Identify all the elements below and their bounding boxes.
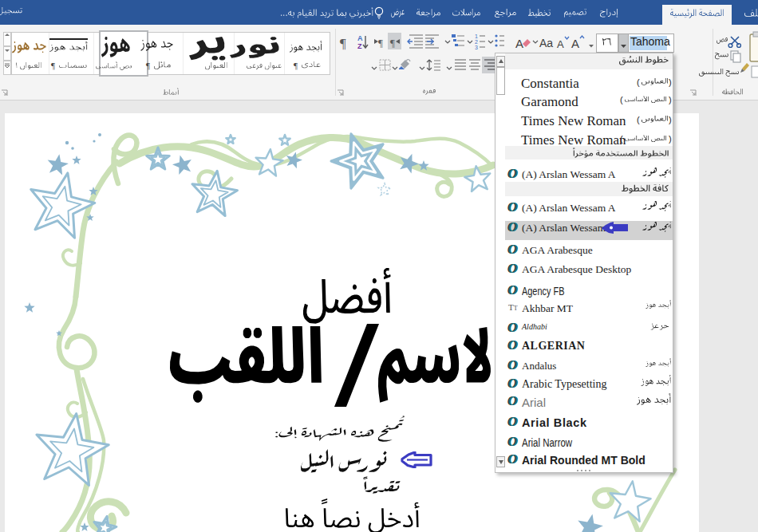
svg-text:Aa: Aa: [539, 37, 553, 49]
svg-text:¶: ¶: [340, 36, 346, 51]
svg-text:¶: ¶: [390, 37, 395, 49]
svg-text:A: A: [571, 37, 579, 50]
svg-text:1: 1: [475, 33, 478, 39]
svg-text:A: A: [357, 34, 363, 42]
svg-text:Z: Z: [357, 42, 362, 50]
svg-text:3: 3: [475, 45, 478, 50]
svg-text:A: A: [515, 37, 523, 50]
svg-text:¶: ¶: [378, 37, 383, 49]
svg-text:A: A: [557, 38, 564, 50]
svg-text:2: 2: [475, 39, 478, 45]
